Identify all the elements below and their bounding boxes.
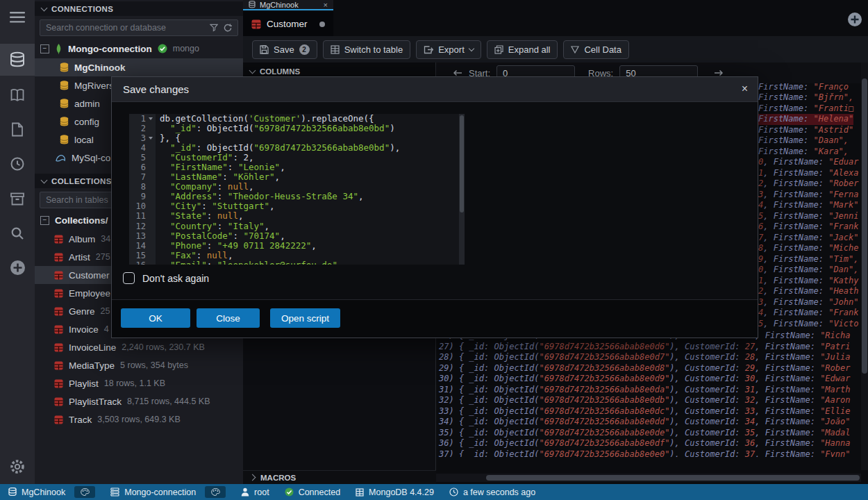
customerid-key: CustomerId: [685, 342, 745, 351]
menu-icon[interactable] [0, 1, 35, 33]
firstname-value: "Kathy [828, 276, 858, 285]
book-icon[interactable] [0, 79, 35, 111]
row-index: 29) { [439, 363, 469, 373]
prev-page-icon[interactable] [453, 69, 462, 76]
script-editor[interactable]: 12345678910111213141516 db.getCollection… [129, 114, 465, 265]
fold-arrow-icon[interactable] [146, 137, 156, 140]
vertical-scrollbar[interactable] [861, 62, 868, 470]
firstname-value: "Alexa [828, 168, 858, 178]
sidebar-collection-invoiceline[interactable]: InvoiceLine2,240 rows, 230.7 KB [35, 338, 243, 356]
editor-scrollbar[interactable] [459, 114, 465, 265]
sidebar-database-mgchinook[interactable]: MgChinook [35, 58, 243, 76]
json-row-fragment: 4, FirstName: "Frank [758, 308, 859, 319]
code-token: "PostalCode" [170, 231, 233, 241]
expand-all-icon [494, 45, 503, 54]
macros-panel-header[interactable]: MACROS [243, 470, 436, 484]
firstname-value: "Mark" [828, 200, 858, 210]
collections-root-label: Collections/ [55, 215, 108, 226]
collapse-box-icon[interactable]: − [40, 44, 49, 53]
statusbar-item-connected: Connected [285, 488, 340, 497]
code-token: : [197, 250, 207, 260]
cloud-search-icon[interactable] [0, 217, 35, 249]
json-row: 36) { _id: ObjectId("6978d7472b32566abab… [439, 438, 851, 449]
code-line: db.getCollection('Customer').replaceOne(… [160, 114, 459, 124]
ok-button[interactable]: OK [121, 308, 190, 328]
sidebar-collection-track[interactable]: Track3,503 rows, 649.3 KB [35, 410, 243, 428]
firstname-value: "Dan", [828, 265, 858, 274]
fold-arrow-icon[interactable] [146, 117, 156, 120]
add-connection-icon[interactable] [0, 251, 35, 283]
code-token: : [217, 181, 228, 192]
open-script-button[interactable]: Open script [270, 308, 340, 328]
collection-label: Invoice [69, 324, 99, 335]
close-button[interactable]: Close [197, 308, 260, 328]
json-row: 28) { _id: ObjectId("6978d7472b32566abab… [439, 352, 851, 363]
id-key: _id: ObjectId( [469, 342, 539, 351]
firstname-key: FirstName: [758, 147, 813, 156]
connection-name: Mongo-connection [68, 44, 152, 54]
filter-funnel-icon[interactable] [210, 24, 218, 32]
horizontal-scrollbar[interactable] [436, 474, 861, 482]
editor-code[interactable]: db.getCollection('Customer').replaceOne(… [156, 114, 459, 265]
sidebar-collection-mediatype[interactable]: MediaType5 rows, 354 bytes [35, 356, 243, 374]
connections-section-header[interactable]: CONNECTIONS [35, 1, 243, 16]
collections-header-label: COLLECTIONS [51, 177, 112, 185]
file-icon[interactable] [0, 113, 35, 145]
sidebar-collection-playlisttrack[interactable]: PlaylistTrack8,715 rows, 444.5 KB [35, 392, 243, 410]
gutter-line: 14 [129, 241, 156, 251]
firstname-key: FirstName: [765, 438, 820, 448]
editor-scroll-thumb[interactable] [460, 115, 464, 212]
save-button[interactable]: Save 2 [252, 40, 317, 59]
json-row-fragment: FirstName: "Franço [758, 83, 849, 92]
connections-search-input[interactable]: Search connection or database [40, 19, 238, 36]
cell-data-button[interactable]: Cell Data [563, 40, 628, 59]
history-icon[interactable] [0, 148, 35, 180]
connection-color-badge[interactable] [205, 486, 226, 498]
close-icon[interactable]: × [324, 1, 328, 9]
dont-ask-again-checkbox[interactable] [123, 272, 135, 284]
statusbar-item-mongo-connection[interactable]: Mongo-connection [110, 486, 226, 498]
archive-icon[interactable] [0, 183, 35, 215]
code-token: , [249, 181, 254, 192]
export-button[interactable]: Export [416, 40, 481, 59]
expand-all-button[interactable]: Expand all [487, 40, 558, 59]
settings-gear-icon[interactable] [0, 451, 35, 483]
customerid-key: CustomerId: [685, 385, 745, 394]
collapse-box-icon[interactable]: − [40, 216, 49, 225]
dialog-close-icon[interactable]: × [742, 83, 748, 94]
save-icon [260, 45, 269, 54]
hscroll-thumb[interactable] [486, 475, 860, 481]
tab-mgchinook[interactable]: MgChinook × [243, 0, 333, 10]
firstname-value: "Miche [828, 243, 858, 253]
code-token [160, 201, 170, 211]
line-number: 11 [129, 211, 146, 221]
statusbar-item-root: root [241, 488, 269, 497]
chevron-down-icon [249, 67, 256, 74]
gutter-line: 9 [129, 192, 156, 201]
database-icon [60, 99, 69, 108]
json-row-fragment: 2, FirstName: "Heath [758, 286, 859, 297]
database-nav-icon[interactable] [0, 44, 35, 76]
statusbar-item-label: a few seconds ago [463, 488, 535, 497]
connection-row[interactable]: − Mongo-connection mongo [35, 40, 243, 58]
new-tab-button[interactable] [847, 12, 862, 27]
gutter-line: 5 [129, 153, 156, 162]
code-token: "leonekohler@surfeu.de" [217, 260, 337, 265]
code-line: "FirstName": "Leonie", [160, 162, 459, 172]
row-index: 34) { [439, 417, 469, 426]
dont-ask-again-option[interactable]: Don't ask again [123, 272, 209, 284]
firstname-value: "Victo [828, 319, 858, 328]
firstname-key: FirstName: [765, 428, 820, 438]
refresh-icon[interactable] [224, 24, 232, 32]
switch-to-table-button[interactable]: Switch to table [323, 40, 411, 59]
customerid-key: CustomerId: [685, 406, 745, 416]
id-key: _id: ObjectId( [469, 374, 539, 383]
next-page-icon[interactable] [714, 69, 724, 76]
cell-data-funnel-icon [571, 46, 579, 53]
connection-color-badge[interactable] [74, 486, 95, 498]
statusbar-item-mgchinook[interactable]: MgChinook [8, 486, 95, 498]
tab-customer[interactable]: Customer [243, 12, 333, 36]
columns-header-label: COLUMNS [260, 67, 300, 76]
sidebar-collection-playlist[interactable]: Playlist18 rows, 1.1 KB [35, 374, 243, 392]
vscroll-thumb[interactable] [862, 78, 867, 374]
